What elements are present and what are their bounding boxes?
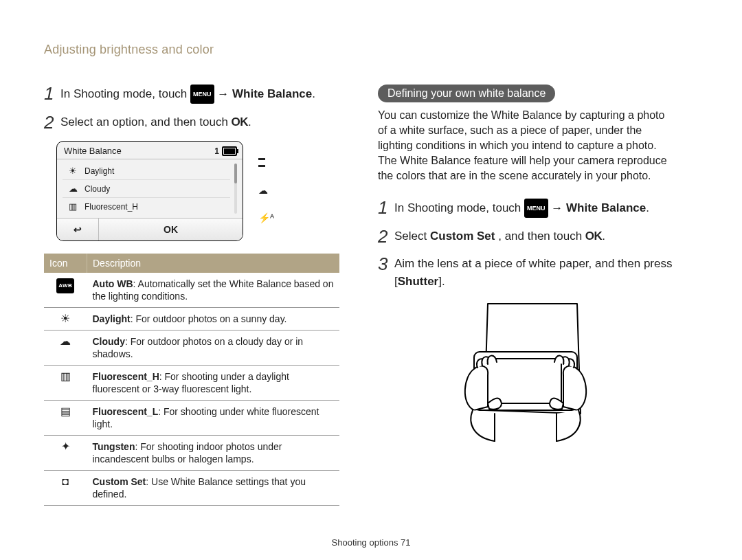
paragraph: You can customize the White Balance by c… [378,108,673,183]
svg-rect-2 [482,359,561,403]
lcd-item-label: Daylight [85,166,114,176]
fluorescent-h-icon: ▥ [44,366,87,401]
text-bold: White Balance [566,201,646,214]
fluorescent-icon: ▥ [67,201,79,212]
footer-section: Shooting options [332,537,401,548]
lcd-item-daylight[interactable]: ☀ Daylight [63,162,230,180]
step-number: 1 [378,199,390,216]
table-row: ✦ Tungsten: For shooting indoor photos u… [44,436,339,471]
text: In Shooting mode, touch [60,87,190,100]
custom-set-icon: ◘ [44,471,87,506]
camera-lcd: White Balance 1 ☀ Daylight [56,141,243,241]
text: In Shooting mode, touch [394,201,524,214]
text: . [248,115,251,128]
scrollbar[interactable] [234,164,237,214]
right-step-3: 3 Aim the lens at a piece of white paper… [378,255,673,291]
fluorescent-l-icon: ▤ [44,401,87,436]
lcd-title: White Balance [64,146,122,156]
row-desc: : For outdoor photos on a sunny day. [131,313,287,324]
text: Select [394,229,430,243]
table-row: AWB Auto WB: Automatically set the White… [44,273,339,308]
table-row: ▤ Fluorescent_L: For shooting under whit… [44,401,339,436]
tungsten-icon: ✦ [61,440,70,453]
lcd-item-cloudy[interactable]: ☁ Cloudy [63,180,230,198]
row-key: Fluorescent_H [93,371,159,382]
lcd-item-label: Cloudy [85,184,110,194]
lcd-count: 1 [214,146,219,156]
menu-icon: MENU [524,199,548,218]
ok-icon: OK [232,115,249,128]
table-row: ☁ Cloudy: For outdoor photos on a cloudy… [44,331,339,366]
wb-icon-table: Icon Description AWB Auto WB: Automatica… [44,254,339,506]
stacked-indicator-icon: ▬▬ [258,155,274,168]
row-key: Fluorescent_L [93,406,159,417]
col-icon: Icon [44,254,87,273]
cloud-icon: ☁ [67,183,79,194]
page-number: 71 [401,537,410,548]
left-step-2: 2 Select an option, and then touch OK. [44,113,339,131]
right-step-2: 2 Select Custom Set , and then touch OK. [378,227,673,245]
lcd-item-label: Fluorescent_H [85,202,138,212]
step-number: 3 [378,255,390,273]
text: ]. [438,275,445,288]
step-number: 2 [44,113,56,131]
text: Select an option, and then touch [60,115,232,128]
text-bold: Custom Set [430,229,495,243]
cloud-icon: ☁ [258,185,274,196]
page-footer: Shooting options 71 [0,537,742,548]
text: → [551,201,566,214]
table-row: ◘ Custom Set: Use White Balance settings… [44,471,339,506]
step-number: 1 [44,85,56,102]
table-row: ☀ Daylight: For outdoor photos on a sunn… [44,308,339,331]
text: → [217,87,232,100]
back-button[interactable]: ↩ [57,219,99,240]
menu-icon: MENU [190,85,214,104]
row-key: Auto WB [93,278,133,289]
left-column: 1 In Shooting mode, touch MENU → White B… [44,85,339,506]
cloud-icon: ☁ [44,331,87,366]
text: , and then touch [498,229,585,243]
lcd-item-fluorescent-h[interactable]: ▥ Fluorescent_H [63,198,230,215]
sun-icon: ☀ [44,308,87,331]
battery-icon [222,146,237,156]
hands-holding-camera-illustration [447,300,605,445]
text: . [602,229,605,243]
table-row: ▥ Fluorescent_H: For shooting under a da… [44,366,339,401]
text: . [646,201,649,214]
flash-auto-icon: ⚡ᴬ [258,212,274,223]
lcd-option-list: ☀ Daylight ☁ Cloudy ▥ Fluorescent_H [63,162,230,215]
subsection-heading: Defining your own white balance [378,85,555,102]
col-description: Description [87,254,340,273]
text-bold: Shutter [398,275,439,288]
row-key: Cloudy [93,336,125,347]
ok-icon: OK [585,229,603,243]
right-column: Defining your own white balance You can … [378,85,673,506]
step-number: 2 [378,227,390,245]
sun-icon: ☀ [67,166,79,176]
right-step-1: 1 In Shooting mode, touch MENU → White B… [378,199,673,218]
row-key: Daylight [93,313,131,324]
text-bold: White Balance [232,87,312,100]
ok-button[interactable]: OK [99,219,243,240]
awb-icon: AWB [56,278,74,293]
row-key: Custom Set [93,476,146,487]
section-breadcrumb: Adjusting brightness and color [44,43,698,57]
text: . [312,87,315,100]
left-step-1: 1 In Shooting mode, touch MENU → White B… [44,85,339,104]
row-key: Tungsten [93,441,135,452]
